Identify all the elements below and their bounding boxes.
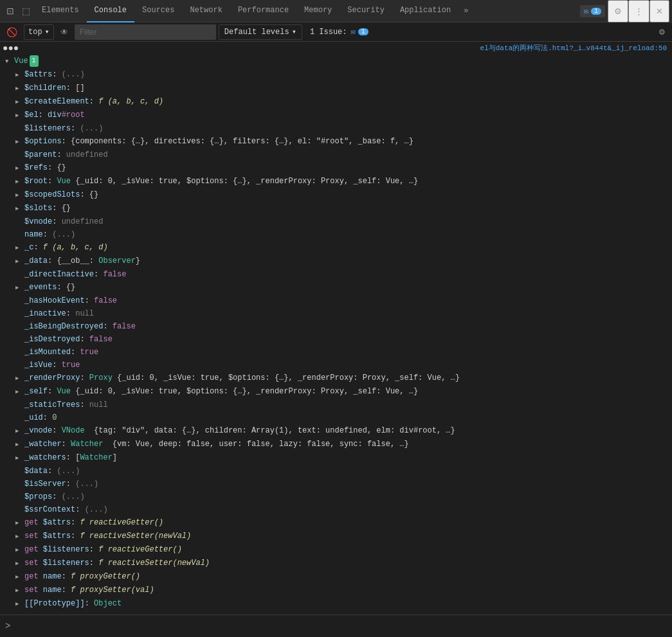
expand-arrow-icon[interactable] bbox=[15, 557, 24, 570]
filter-input[interactable] bbox=[75, 24, 216, 40]
tree-line[interactable]: $vnode: undefined bbox=[0, 215, 672, 228]
tree-line[interactable]: _directInactive: false bbox=[0, 268, 672, 281]
console-input[interactable] bbox=[15, 622, 667, 631]
issue-icon: ✉ bbox=[351, 27, 356, 37]
tree-line[interactable]: $data: (...) bbox=[0, 465, 672, 478]
tree-line[interactable]: name: (...) bbox=[0, 228, 672, 241]
tree-line[interactable]: _watcher: Watcher {vm: Vue, deep: false,… bbox=[0, 438, 672, 451]
tree-line[interactable]: $listeners: (...) bbox=[0, 122, 672, 135]
tree-line[interactable]: _isDestroyed: false bbox=[0, 333, 672, 346]
expand-arrow-icon[interactable] bbox=[15, 175, 24, 188]
tab-performance[interactable]: Performance bbox=[230, 0, 296, 22]
settings-button[interactable]: ⚙ bbox=[608, 0, 628, 22]
expand-arrow-icon[interactable] bbox=[15, 372, 24, 384]
tree-line[interactable]: $children: [] bbox=[0, 82, 672, 95]
expand-arrow-icon[interactable] bbox=[15, 136, 24, 148]
context-selector[interactable]: top ▾ bbox=[24, 24, 54, 40]
issues-button[interactable]: 1 Issue: ✉ 1 bbox=[305, 24, 374, 40]
vue-label: Vue bbox=[14, 55, 28, 67]
expand-arrow-icon[interactable] bbox=[15, 438, 24, 451]
expand-arrow-icon[interactable] bbox=[15, 69, 24, 81]
tree-line[interactable]: _data: {__ob__: Observer} bbox=[0, 255, 672, 268]
tree-line-text: _watcher: Watcher {vm: Vue, deep: false,… bbox=[24, 438, 409, 450]
expand-arrow-icon[interactable] bbox=[15, 598, 24, 610]
clear-console-button[interactable]: 🚫 bbox=[3, 24, 21, 40]
vue-root-line[interactable]: Vue 1 bbox=[0, 55, 672, 68]
tree-line[interactable]: $createElement: f (a, b, c, d) bbox=[0, 95, 672, 109]
tree-line[interactable]: set name: f proxySetter(val) bbox=[0, 584, 672, 597]
more-options-button[interactable]: ⋮ bbox=[628, 0, 649, 22]
tab-sources[interactable]: Sources bbox=[134, 0, 182, 22]
tree-line-text: name: (...) bbox=[24, 229, 75, 240]
tree-line[interactable]: $refs: {} bbox=[0, 161, 672, 175]
file-reference[interactable]: el与data的两种写法.html?_i…v844t&_ij_reload:50 bbox=[480, 43, 667, 53]
tree-line[interactable]: $isServer: (...) bbox=[0, 478, 672, 490]
dock-icon[interactable]: ⊡ bbox=[3, 3, 18, 19]
expand-arrow-icon[interactable] bbox=[15, 255, 24, 267]
expand-arrow-icon[interactable] bbox=[15, 202, 24, 215]
log-levels-button[interactable]: Default levels ▾ bbox=[219, 24, 302, 40]
expand-arrow-icon[interactable] bbox=[15, 584, 24, 597]
tab-application[interactable]: Application bbox=[392, 0, 459, 22]
tree-line[interactable]: $attrs: (...) bbox=[0, 68, 672, 82]
eye-filter-button[interactable]: 👁 bbox=[57, 24, 72, 40]
expand-arrow-icon[interactable] bbox=[15, 242, 24, 254]
tree-line[interactable]: _uid: 0 bbox=[0, 411, 672, 424]
expand-arrow-icon[interactable] bbox=[15, 162, 24, 174]
vue-expand-arrow[interactable] bbox=[5, 55, 14, 67]
tree-line[interactable]: _hasHookEvent: false bbox=[0, 294, 672, 307]
expand-arrow-icon[interactable] bbox=[15, 82, 24, 94]
tree-line[interactable]: _watchers: [Watcher] bbox=[0, 451, 672, 465]
tree-line[interactable]: _events: {} bbox=[0, 281, 672, 294]
tab-memory[interactable]: Memory bbox=[296, 0, 340, 22]
expand-arrow-icon[interactable] bbox=[15, 530, 24, 543]
tree-line[interactable]: $options: {components: {…}, directives: … bbox=[0, 135, 672, 148]
tree-line[interactable]: _renderProxy: Proxy {_uid: 0, _isVue: tr… bbox=[0, 372, 672, 385]
tree-line[interactable]: $scopedSlots: {} bbox=[0, 188, 672, 202]
tree-line[interactable]: [[Prototype]]: Object bbox=[0, 597, 672, 611]
expand-arrow-icon[interactable] bbox=[15, 425, 24, 437]
console-output[interactable]: ●●● el与data的两种写法.html?_i…v844t&_ij_reloa… bbox=[0, 42, 672, 615]
expand-arrow-icon[interactable] bbox=[15, 189, 24, 201]
expand-arrow-icon[interactable] bbox=[15, 544, 24, 556]
tree-line[interactable]: $el: div#root bbox=[0, 109, 672, 122]
tree-line[interactable]: $props: (...) bbox=[0, 490, 672, 503]
console-settings-button[interactable]: ⚙ bbox=[655, 24, 669, 40]
tab-security[interactable]: Security bbox=[340, 0, 392, 22]
console-toolbar: 🚫 top ▾ 👁 Default levels ▾ 1 Issue: ✉ 1 … bbox=[0, 22, 672, 42]
tree-line[interactable]: _c: f (a, b, c, d) bbox=[0, 241, 672, 255]
expand-arrow-icon[interactable] bbox=[15, 452, 24, 464]
tree-line[interactable]: _isMounted: true bbox=[0, 346, 672, 359]
tree-line[interactable]: _inactive: null bbox=[0, 307, 672, 320]
expand-arrow-icon[interactable] bbox=[15, 96, 24, 108]
tree-line[interactable]: set $listeners: f reactiveSetter(newVal) bbox=[0, 557, 672, 570]
tree-line[interactable]: _staticTrees: null bbox=[0, 399, 672, 411]
tree-line[interactable]: _isBeingDestroyed: false bbox=[0, 320, 672, 333]
expand-arrow-icon[interactable] bbox=[15, 386, 24, 398]
tree-line[interactable]: get $listeners: f reactiveGetter() bbox=[0, 543, 672, 557]
expand-arrow-icon[interactable] bbox=[15, 517, 24, 529]
undock-icon[interactable]: ⬚ bbox=[18, 3, 34, 19]
tree-line-text: $ssrContext: (...) bbox=[24, 504, 108, 516]
expand-arrow-icon[interactable] bbox=[15, 282, 24, 294]
tree-line[interactable]: _isVue: true bbox=[0, 359, 672, 372]
tree-line[interactable]: $parent: undefined bbox=[0, 148, 672, 161]
tree-line[interactable]: $ssrContext: (...) bbox=[0, 503, 672, 516]
tree-line[interactable]: get $attrs: f reactiveGetter() bbox=[0, 516, 672, 530]
tree-line[interactable]: $slots: {} bbox=[0, 202, 672, 215]
message-icon: ✉ bbox=[584, 6, 588, 16]
expand-arrow-icon[interactable] bbox=[15, 571, 24, 583]
tree-line[interactable]: get name: f proxyGetter() bbox=[0, 570, 672, 584]
tab-console[interactable]: Console bbox=[87, 0, 134, 22]
tree-line-text: _isBeingDestroyed: false bbox=[24, 321, 136, 332]
tab-elements[interactable]: Elements bbox=[34, 0, 87, 22]
tree-line[interactable]: $root: Vue {_uid: 0, _isVue: true, $opti… bbox=[0, 175, 672, 188]
tree-line[interactable]: _self: Vue {_uid: 0, _isVue: true, $opti… bbox=[0, 385, 672, 399]
context-arrow-icon: ▾ bbox=[45, 27, 50, 37]
tree-line[interactable]: set $attrs: f reactiveSetter(newVal) bbox=[0, 530, 672, 543]
expand-arrow-icon[interactable] bbox=[15, 109, 24, 121]
tree-line[interactable]: _vnode: VNode {tag: "div", data: {…}, ch… bbox=[0, 424, 672, 438]
close-devtools-button[interactable]: ✕ bbox=[649, 0, 669, 22]
more-tabs-button[interactable]: » bbox=[459, 0, 473, 22]
tab-network[interactable]: Network bbox=[182, 0, 230, 22]
